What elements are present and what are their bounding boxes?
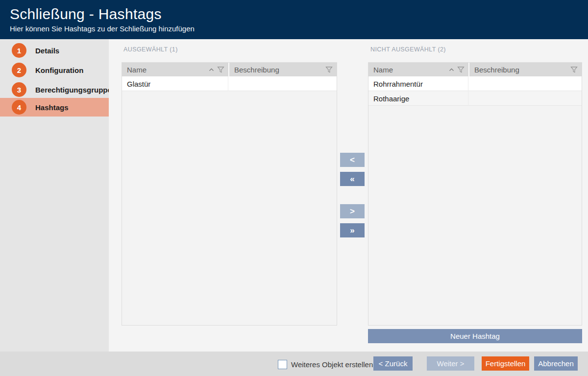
create-another-object-checkbox[interactable] <box>278 360 287 369</box>
cell-name: Rohrrahmentür <box>368 76 468 91</box>
create-another-object-label: Weiteres Objekt erstellen <box>291 360 373 369</box>
column-header-name[interactable]: Name <box>122 63 228 76</box>
move-all-right-button[interactable]: » <box>340 223 365 237</box>
table-header-row: Name Beschreibung <box>368 63 582 76</box>
not-selected-section-label: NICHT AUSGEWÄHLT (2) <box>370 46 446 53</box>
main-content: AUSGEWÄHLT (1) NICHT AUSGEWÄHLT (2) Name… <box>109 39 588 352</box>
filter-icon[interactable] <box>457 66 465 73</box>
cell-beschreibung <box>468 76 582 91</box>
step-number-badge: 3 <box>12 82 26 97</box>
page-subtitle: Hier können Sie Hashtags zu der Schließu… <box>10 24 588 33</box>
not-selected-hashtags-table: Name Beschreibung <box>368 62 582 326</box>
selected-hashtags-table: Name Beschreibung <box>122 62 337 326</box>
sidebar-item-konfiguration[interactable]: 2 Konfiguration <box>0 61 109 79</box>
table-row[interactable]: Rothaarige <box>368 91 582 106</box>
finish-button[interactable]: Fertigstellen <box>482 356 529 371</box>
sidebar-item-details[interactable]: 1 Details <box>0 41 109 60</box>
sort-ascending-icon[interactable] <box>209 68 214 71</box>
cell-beschreibung <box>228 76 337 91</box>
sidebar-item-label: Hashtags <box>35 103 69 112</box>
filter-icon[interactable] <box>570 66 578 73</box>
table-row[interactable]: Glastür <box>122 76 337 91</box>
step-number-badge: 1 <box>12 43 26 58</box>
sidebar-item-label: Konfiguration <box>35 66 83 74</box>
move-right-button[interactable]: > <box>340 204 365 218</box>
cell-beschreibung <box>468 91 582 106</box>
sidebar-item-berechtigungsgruppen[interactable]: 3 Berechtigungsgruppen <box>0 80 109 99</box>
column-header-beschreibung[interactable]: Beschreibung <box>229 63 337 76</box>
selected-section-label: AUSGEWÄHLT (1) <box>123 46 178 53</box>
step-number-badge: 4 <box>12 100 26 115</box>
filter-icon[interactable] <box>325 66 333 73</box>
column-header-beschreibung[interactable]: Beschreibung <box>469 63 582 76</box>
sidebar-item-hashtags[interactable]: 4 Hashtags <box>0 98 109 117</box>
cell-name: Rothaarige <box>368 91 468 106</box>
back-button[interactable]: < Zurück <box>373 356 413 371</box>
cancel-button[interactable]: Abbrechen <box>534 356 578 371</box>
sidebar-item-label: Berechtigungsgruppen <box>35 86 116 94</box>
next-button[interactable]: Weiter > <box>427 356 474 371</box>
sidebar-item-label: Details <box>35 47 59 55</box>
wizard-header: Schließung - Hashtags Hier können Sie Ha… <box>0 0 588 39</box>
table-row[interactable]: Rohrrahmentür <box>368 76 582 91</box>
page-title: Schließung - Hashtags <box>10 5 588 23</box>
move-left-button[interactable]: < <box>340 153 365 167</box>
wizard-step-sidebar: 1 Details 2 Konfiguration 3 Berechtigung… <box>0 39 109 352</box>
sort-ascending-icon[interactable] <box>449 68 454 71</box>
step-number-badge: 2 <box>12 63 26 77</box>
move-all-left-button[interactable]: « <box>340 172 365 186</box>
cell-name: Glastür <box>122 76 228 91</box>
filter-icon[interactable] <box>217 66 224 73</box>
new-hashtag-button[interactable]: Neuer Hashtag <box>368 329 582 343</box>
column-header-name[interactable]: Name <box>368 63 468 76</box>
table-header-row: Name Beschreibung <box>122 63 337 76</box>
